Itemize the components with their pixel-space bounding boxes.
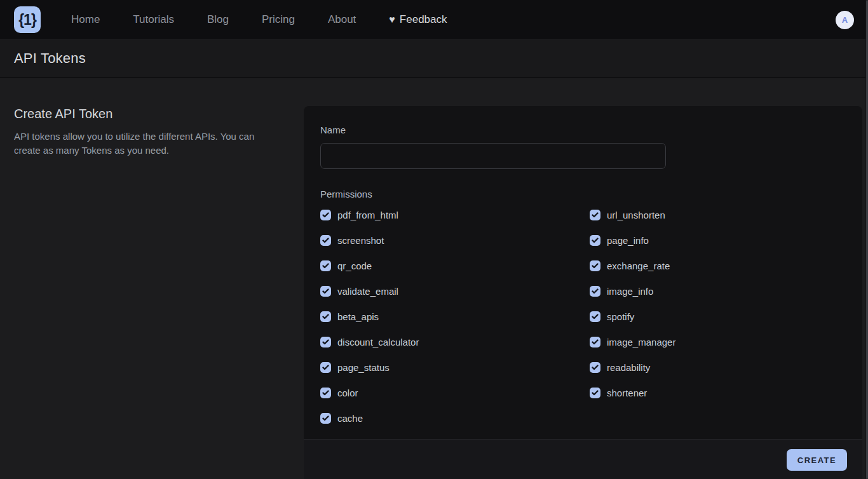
permission-label: qr_code (337, 260, 372, 271)
checkbox-checked-icon[interactable] (320, 413, 331, 424)
nav-item-pricing[interactable]: Pricing (262, 13, 295, 26)
checkbox-checked-icon[interactable] (320, 210, 331, 220)
permission-item-page_status[interactable]: page_status (320, 362, 590, 373)
permission-item-color[interactable]: color (320, 388, 590, 398)
checkbox-checked-icon[interactable] (320, 235, 331, 246)
permission-item-image_manager[interactable]: image_manager (590, 337, 846, 347)
permission-label: screenshot (337, 235, 384, 246)
checkbox-checked-icon[interactable] (320, 260, 331, 271)
permission-item-discount_calculator[interactable]: discount_calculator (320, 337, 590, 347)
card-footer: CREATE (304, 439, 862, 479)
checkbox-checked-icon[interactable] (590, 362, 600, 373)
checkbox-checked-icon[interactable] (590, 388, 600, 398)
page-title: API Tokens (14, 50, 86, 67)
create-token-intro: Create API Token API tokens allow you to… (14, 107, 276, 158)
avatar-letter: A (842, 15, 848, 25)
permission-item-shortener[interactable]: shortener (590, 388, 846, 398)
checkbox-checked-icon[interactable] (590, 260, 600, 271)
permission-label: validate_email (337, 286, 398, 297)
permission-label: pdf_from_html (337, 210, 398, 220)
permission-label: shortener (607, 388, 647, 398)
checkbox-checked-icon[interactable] (590, 235, 600, 246)
permission-item-spotify[interactable]: spotify (590, 311, 846, 322)
permission-label: url_unshorten (607, 210, 665, 220)
permissions-column-right: url_unshorten page_info exchange_rate im… (590, 210, 846, 424)
permissions-grid: pdf_from_html screenshot qr_code validat… (320, 210, 846, 424)
permission-item-exchange_rate[interactable]: exchange_rate (590, 260, 846, 271)
section-description: API tokens allow you to utilize the diff… (14, 130, 276, 158)
permission-item-url_unshorten[interactable]: url_unshorten (590, 210, 846, 220)
nav-item-blog[interactable]: Blog (207, 13, 229, 26)
permission-item-beta_apis[interactable]: beta_apis (320, 311, 590, 322)
permission-item-readability[interactable]: readability (590, 362, 846, 373)
feedback-label: Feedback (400, 13, 447, 26)
checkbox-checked-icon[interactable] (590, 286, 600, 297)
permission-label: image_info (607, 286, 653, 297)
permission-item-cache[interactable]: cache (320, 413, 590, 424)
permission-item-page_info[interactable]: page_info (590, 235, 846, 246)
permission-label: cache (337, 413, 363, 424)
app-logo-text: {1} (18, 11, 36, 29)
permissions-label: Permissions (320, 189, 846, 199)
permission-label: readability (607, 362, 650, 373)
permission-item-image_info[interactable]: image_info (590, 286, 846, 297)
checkbox-checked-icon[interactable] (590, 210, 600, 220)
checkbox-checked-icon[interactable] (320, 286, 331, 297)
permission-label: spotify (607, 311, 634, 322)
create-token-form: Name Permissions pdf_from_html screensho… (304, 106, 862, 439)
permission-item-qr_code[interactable]: qr_code (320, 260, 590, 271)
nav-item-feedback[interactable]: ♥ Feedback (389, 13, 447, 26)
nav-links: Home Tutorials Blog Pricing About ♥ Feed… (71, 13, 447, 26)
heart-icon: ♥ (389, 15, 395, 25)
permission-item-screenshot[interactable]: screenshot (320, 235, 590, 246)
create-token-card: Name Permissions pdf_from_html screensho… (304, 106, 862, 479)
permission-item-pdf_from_html[interactable]: pdf_from_html (320, 210, 590, 220)
permissions-column-left: pdf_from_html screenshot qr_code validat… (320, 210, 590, 424)
nav-item-about[interactable]: About (328, 13, 356, 26)
page-header: API Tokens (0, 39, 868, 78)
permission-label: page_status (337, 362, 390, 373)
checkbox-checked-icon[interactable] (320, 311, 331, 322)
page-scrollbar[interactable] (865, 0, 868, 479)
checkbox-checked-icon[interactable] (320, 388, 331, 398)
checkbox-checked-icon[interactable] (320, 362, 331, 373)
permission-label: image_manager (607, 337, 675, 347)
nav-item-tutorials[interactable]: Tutorials (133, 13, 174, 26)
checkbox-checked-icon[interactable] (590, 311, 600, 322)
permission-label: discount_calculator (337, 337, 419, 347)
permission-label: exchange_rate (607, 260, 670, 271)
permission-label: beta_apis (337, 311, 379, 322)
create-button[interactable]: CREATE (787, 449, 847, 471)
top-navbar: {1} Home Tutorials Blog Pricing About ♥ … (0, 0, 868, 39)
section-title: Create API Token (14, 107, 276, 121)
checkbox-checked-icon[interactable] (320, 337, 331, 347)
app-logo[interactable]: {1} (14, 6, 41, 33)
token-name-input[interactable] (320, 143, 666, 169)
checkbox-checked-icon[interactable] (590, 337, 600, 347)
name-label: Name (320, 125, 846, 135)
user-avatar[interactable]: A (836, 11, 854, 29)
nav-item-home[interactable]: Home (71, 13, 100, 26)
permission-label: page_info (607, 235, 649, 246)
permission-item-validate_email[interactable]: validate_email (320, 286, 590, 297)
permission-label: color (337, 388, 358, 398)
